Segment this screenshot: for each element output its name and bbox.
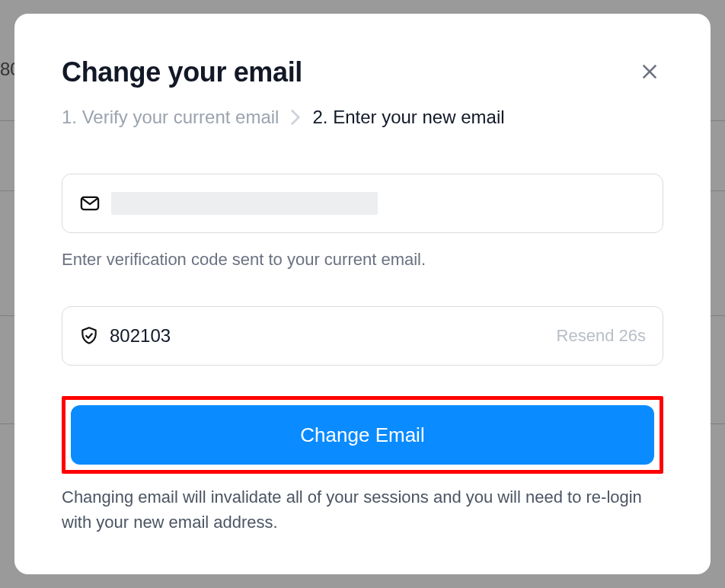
modal-title: Change your email — [62, 56, 302, 88]
highlight-annotation: Change Email — [62, 396, 663, 474]
email-value-redacted — [111, 192, 378, 215]
chevron-right-icon — [291, 110, 300, 125]
verification-code-field-wrap: Resend 26s — [62, 306, 663, 366]
step-breadcrumb: 1. Verify your current email 2. Enter yo… — [62, 107, 663, 128]
session-warning-text: Changing email will invalidate all of yo… — [62, 484, 663, 535]
current-email-field[interactable] — [62, 174, 663, 233]
step-2-label: 2. Enter your new email — [312, 107, 504, 128]
shield-check-icon — [79, 326, 99, 346]
verification-helper-text: Enter verification code sent to your cur… — [62, 250, 663, 270]
resend-code-button[interactable]: Resend 26s — [557, 326, 646, 346]
close-button[interactable] — [636, 59, 663, 86]
verification-code-input[interactable] — [110, 325, 546, 347]
change-email-modal: Change your email 1. Verify your current… — [14, 14, 711, 574]
step-1-label: 1. Verify your current email — [62, 107, 279, 128]
mail-icon — [79, 193, 101, 214]
close-icon — [640, 62, 660, 84]
change-email-button[interactable]: Change Email — [71, 405, 654, 465]
